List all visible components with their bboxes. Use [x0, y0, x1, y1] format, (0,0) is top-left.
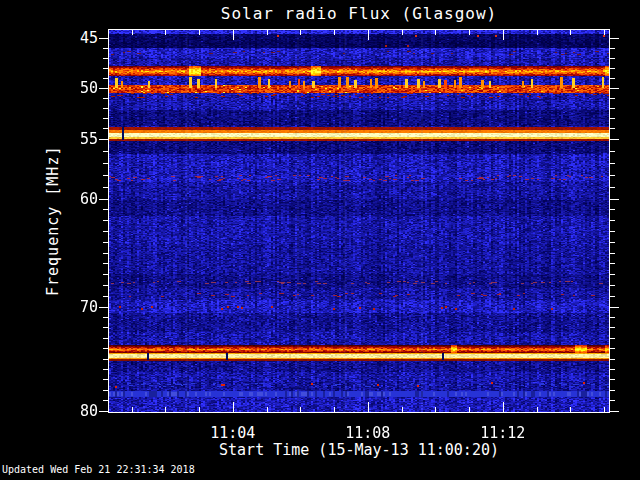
x-tick [435, 407, 436, 412]
y-tick [610, 411, 619, 412]
y-tick [610, 369, 615, 370]
y-tick [610, 128, 615, 129]
y-tick [610, 296, 615, 297]
y-tick [610, 88, 619, 89]
x-tick-label: 11:12 [468, 424, 538, 442]
spectrogram-canvas [109, 30, 609, 412]
x-tick [132, 30, 133, 35]
x-tick [233, 402, 234, 412]
y-tick [610, 253, 615, 254]
x-tick [570, 407, 571, 412]
x-tick [570, 30, 571, 35]
y-tick [103, 242, 108, 243]
y-tick [610, 231, 615, 232]
y-tick-label: 80 [56, 402, 98, 420]
y-tick [610, 307, 619, 308]
x-tick [469, 407, 470, 412]
x-axis-label: Start Time (15-May-13 11:00:20) [108, 441, 610, 459]
y-tick [103, 348, 108, 349]
y-tick [610, 242, 615, 243]
x-tick [199, 407, 200, 412]
y-tick [610, 48, 615, 49]
y-tick [610, 78, 615, 79]
y-tick-label: 50 [56, 79, 98, 97]
y-tick [103, 175, 108, 176]
y-tick [99, 307, 108, 308]
y-tick [103, 338, 108, 339]
y-tick [610, 98, 615, 99]
y-tick [103, 400, 108, 401]
y-tick [610, 359, 615, 360]
y-tick [103, 317, 108, 318]
y-tick [103, 263, 108, 264]
y-tick [610, 400, 615, 401]
y-tick [610, 58, 615, 59]
updated-timestamp: Updated Wed Feb 21 22:31:34 2018 [2, 464, 195, 475]
x-tick [604, 407, 605, 412]
y-tick-label: 45 [56, 29, 98, 47]
x-tick [165, 407, 166, 412]
y-tick [99, 38, 108, 39]
x-tick [368, 402, 369, 412]
x-tick [300, 407, 301, 412]
x-tick [233, 30, 234, 40]
y-tick-label: 55 [56, 130, 98, 148]
y-tick [610, 139, 619, 140]
y-tick [103, 327, 108, 328]
x-tick [267, 30, 268, 35]
y-tick [103, 118, 108, 119]
y-tick [610, 285, 615, 286]
x-tick [165, 30, 166, 35]
x-tick [368, 30, 369, 40]
y-tick [103, 274, 108, 275]
y-tick [610, 68, 615, 69]
y-tick [610, 274, 615, 275]
y-tick [103, 359, 108, 360]
y-tick-label: 70 [56, 298, 98, 316]
y-tick [610, 38, 619, 39]
y-tick [610, 187, 615, 188]
y-tick [103, 390, 108, 391]
y-tick [103, 285, 108, 286]
x-tick [334, 30, 335, 35]
y-tick [610, 151, 615, 152]
x-tick [469, 30, 470, 35]
y-tick [103, 108, 108, 109]
x-tick [503, 402, 504, 412]
y-tick [610, 327, 615, 328]
y-tick [103, 209, 108, 210]
y-tick [103, 231, 108, 232]
y-tick-label: 60 [56, 190, 98, 208]
y-tick [103, 379, 108, 380]
y-tick [610, 338, 615, 339]
x-tick [604, 30, 605, 35]
x-tick [435, 30, 436, 35]
x-tick [300, 30, 301, 35]
y-tick [610, 220, 615, 221]
spectrogram-page: Solar radio Flux (Glasgow) Frequency [MH… [0, 0, 640, 480]
y-tick [610, 390, 615, 391]
y-tick [103, 253, 108, 254]
y-tick [103, 163, 108, 164]
x-tick [537, 407, 538, 412]
chart-title: Solar radio Flux (Glasgow) [108, 4, 610, 23]
x-tick [537, 30, 538, 35]
y-tick [103, 58, 108, 59]
x-tick-label: 11:08 [333, 424, 403, 442]
y-tick [610, 108, 615, 109]
y-tick [103, 128, 108, 129]
y-tick [103, 151, 108, 152]
y-tick [103, 220, 108, 221]
x-tick [402, 407, 403, 412]
y-tick [610, 175, 615, 176]
y-tick [99, 199, 108, 200]
y-tick [99, 88, 108, 89]
x-tick [334, 407, 335, 412]
y-tick [610, 317, 615, 318]
x-tick [199, 30, 200, 35]
y-tick [610, 199, 619, 200]
y-tick [610, 379, 615, 380]
x-tick-label: 11:04 [198, 424, 268, 442]
y-tick [103, 78, 108, 79]
plot-frame [108, 29, 610, 413]
